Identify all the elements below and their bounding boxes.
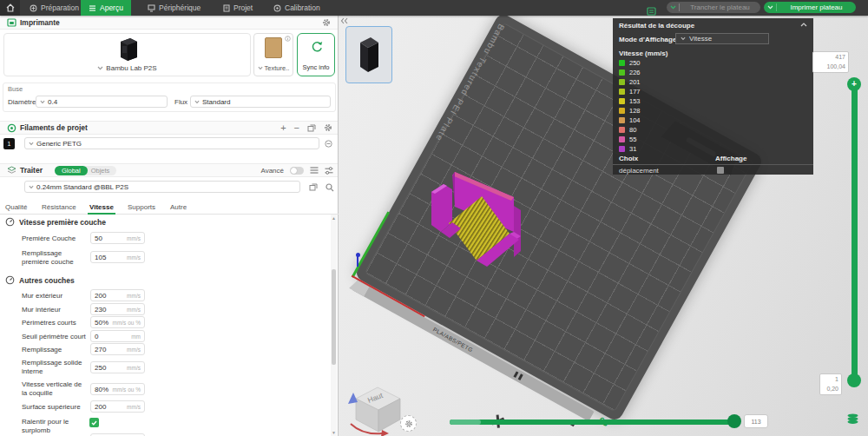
param-input[interactable]: 250 mm/s bbox=[90, 361, 145, 373]
param-value: 105 bbox=[95, 254, 106, 261]
printer-select-chevron-icon[interactable] bbox=[97, 66, 103, 70]
top-menubar: Préparation Aperçu Périphérique Projet C… bbox=[0, 0, 868, 16]
filament-select[interactable]: Generic PETG bbox=[24, 137, 319, 149]
param-input[interactable]: 200 mm/s bbox=[90, 289, 145, 301]
collapse-panel-chevron-icon[interactable] bbox=[800, 23, 807, 27]
chevron-down-icon bbox=[194, 100, 200, 104]
process-section-header: Traiter Global Objets Avancé bbox=[0, 163, 338, 177]
list-view-icon[interactable] bbox=[310, 167, 319, 174]
preset-row: 0.24mm Standard @BBL P2S bbox=[0, 181, 339, 195]
viewport-settings-button[interactable] bbox=[400, 415, 417, 432]
legend-value: 201 bbox=[629, 78, 641, 86]
tab-peripherique-label: Périphérique bbox=[159, 3, 201, 12]
navigation-cube[interactable]: Haut bbox=[345, 380, 406, 436]
display-column-label: Affichage bbox=[715, 155, 746, 162]
param-input[interactable]: 270 mm/s bbox=[90, 343, 145, 355]
tab-autre[interactable]: Autre bbox=[170, 203, 187, 211]
layers-icon[interactable] bbox=[846, 413, 859, 425]
tab-calibration[interactable]: Calibration bbox=[266, 0, 328, 16]
home-icon bbox=[6, 3, 15, 12]
flow-select[interactable]: Standard bbox=[190, 96, 331, 108]
param-label: Ralentir pour le surplomb bbox=[22, 418, 86, 434]
param-input[interactable]: 50 mm/s bbox=[90, 232, 145, 244]
slicing-result-panel: Résultat de la découpe Mode d'Affichage … bbox=[613, 18, 813, 175]
layer-slider-top-handle[interactable]: + bbox=[847, 77, 861, 91]
color-swatch bbox=[619, 89, 625, 95]
plate-type-card[interactable]: Texture.. bbox=[253, 33, 293, 76]
chevron-down-icon bbox=[681, 36, 686, 41]
param-input[interactable]: 50% mm/s ou % bbox=[90, 316, 145, 328]
tab-projet[interactable]: Projet bbox=[215, 0, 260, 16]
slice-plate-label: Trancher le plateau bbox=[680, 3, 760, 11]
viewport-3d[interactable]: Bambu Textured PEI Plate PLA/ABS/PETG 03 bbox=[339, 16, 868, 436]
param-input[interactable]: 105 mm/s bbox=[90, 251, 145, 263]
layer-bottom-height: 0,20 bbox=[823, 385, 838, 394]
filament-settings-gear-icon[interactable] bbox=[324, 123, 332, 132]
printer-card[interactable]: Bambu Lab P2S bbox=[3, 33, 251, 76]
tab-resistance[interactable]: Résistance bbox=[42, 203, 76, 211]
scroll-down-icon[interactable]: ▼ bbox=[331, 430, 337, 435]
gauge-icon bbox=[5, 217, 15, 227]
speed-parameters-panel: Vitesse première couche Première Couche … bbox=[0, 215, 338, 436]
scroll-up-icon[interactable]: ▲ bbox=[331, 215, 337, 221]
layer-slider-track[interactable] bbox=[852, 84, 858, 382]
param-value: 230 bbox=[95, 306, 106, 314]
remove-circle-icon[interactable] bbox=[325, 140, 332, 148]
sync-filament-list-icon[interactable] bbox=[307, 124, 316, 132]
params-scrollbar[interactable]: ▲ ▼ bbox=[331, 215, 337, 436]
tab-peripherique[interactable]: Périphérique bbox=[140, 0, 208, 16]
param-label: Vitesse verticale de la coquille bbox=[22, 380, 86, 397]
legend-entry: 128 bbox=[619, 107, 641, 115]
copy-preset-icon[interactable] bbox=[309, 183, 318, 191]
step-value-box: 113 bbox=[744, 414, 768, 428]
sync-info-button[interactable]: Sync info bbox=[297, 33, 335, 76]
process-preset-name: 0.24mm Standard @BBL P2S bbox=[36, 183, 128, 191]
scope-global-button[interactable]: Global bbox=[55, 166, 88, 175]
param-input[interactable]: 200 mm/s bbox=[90, 400, 145, 413]
param-unit: mm/s bbox=[127, 254, 141, 261]
search-icon[interactable] bbox=[326, 183, 334, 192]
printer-icon bbox=[7, 18, 16, 27]
param-input[interactable]: 0 mm bbox=[90, 330, 145, 342]
travel-checkbox[interactable] bbox=[717, 167, 724, 174]
slice-plate-button[interactable]: Trancher le plateau bbox=[667, 2, 760, 13]
tab-vitesse[interactable]: Vitesse bbox=[89, 203, 114, 211]
layer-top-height: 100,04 bbox=[816, 63, 845, 72]
nozzle-diameter-label: Diamètre bbox=[8, 98, 36, 106]
layer-slider-bottom-handle[interactable] bbox=[847, 373, 861, 387]
sliced-object[interactable] bbox=[430, 165, 529, 269]
process-preset-select[interactable]: 0.24mm Standard @BBL P2S bbox=[24, 181, 300, 193]
sync-refresh-icon bbox=[310, 40, 324, 53]
choice-column-label: Choix bbox=[619, 155, 638, 162]
param-unit: mm/s bbox=[127, 235, 141, 241]
slice-settings-icon[interactable] bbox=[647, 3, 656, 19]
display-mode-select[interactable]: Vitesse bbox=[675, 33, 769, 44]
plate-select-chevron-icon[interactable] bbox=[258, 66, 263, 70]
advanced-toggle[interactable] bbox=[290, 167, 304, 175]
home-button[interactable] bbox=[0, 0, 20, 16]
color-swatch bbox=[619, 146, 625, 152]
nozzle-diameter-select[interactable]: 0.4 bbox=[36, 96, 168, 108]
step-slider-track[interactable] bbox=[450, 419, 739, 425]
printer-image bbox=[117, 37, 140, 62]
param-input[interactable]: 230 mm/s bbox=[90, 303, 145, 315]
scrollbar-thumb[interactable] bbox=[332, 269, 336, 365]
tab-qualite[interactable]: Qualité bbox=[5, 203, 27, 211]
plate-thumbnail[interactable] bbox=[345, 26, 392, 83]
param-input[interactable]: 80% mm/s ou % bbox=[90, 383, 145, 395]
filament-slot-badge[interactable]: 1 bbox=[3, 138, 15, 149]
tab-apercu[interactable]: Aperçu bbox=[81, 0, 131, 16]
print-plate-button[interactable]: Imprimer plateau bbox=[764, 2, 856, 13]
tab-preparation[interactable]: Préparation bbox=[22, 0, 87, 16]
tune-sliders-icon[interactable] bbox=[325, 167, 333, 175]
slice-dropdown-chevron-icon[interactable] bbox=[667, 2, 679, 13]
slow-overhang-checkbox[interactable] bbox=[89, 418, 99, 427]
nozzle-group: Buse Diamètre 0.4 Flux Standard bbox=[3, 83, 336, 112]
print-dropdown-chevron-icon[interactable] bbox=[764, 2, 776, 13]
chevron-down-icon bbox=[29, 185, 34, 189]
tab-supports[interactable]: Supports bbox=[128, 203, 155, 211]
color-swatch bbox=[619, 98, 625, 104]
collapse-thumbnails-icon[interactable] bbox=[340, 17, 348, 24]
printer-settings-gear-icon[interactable] bbox=[322, 18, 331, 27]
step-slider-handle[interactable] bbox=[727, 414, 741, 428]
